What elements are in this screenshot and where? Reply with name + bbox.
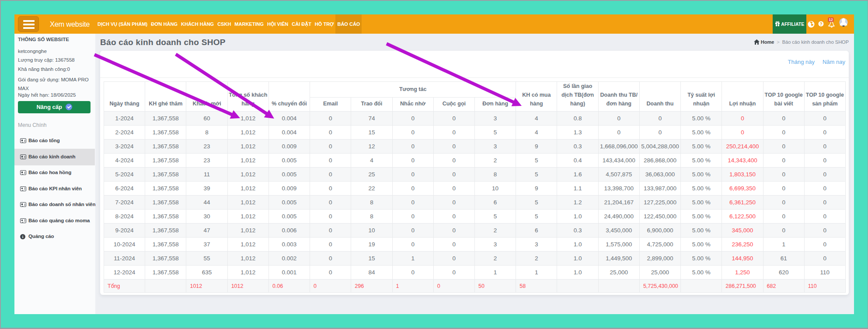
svg-text:?: ? xyxy=(819,22,822,27)
svg-text:12: 12 xyxy=(829,18,833,22)
